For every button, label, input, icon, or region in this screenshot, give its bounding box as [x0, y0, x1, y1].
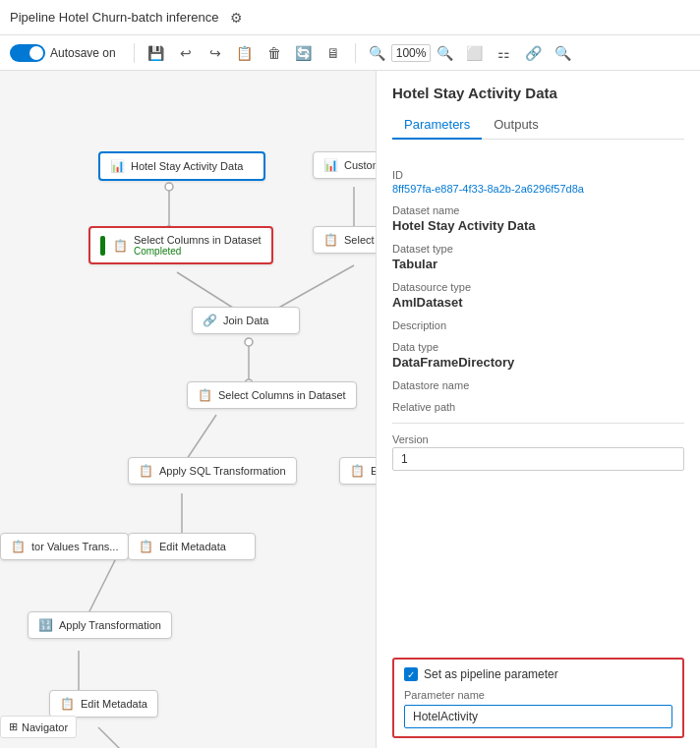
tab-outputs[interactable]: Outputs [482, 111, 551, 140]
apply-sql-icon: 📋 [139, 464, 153, 478]
pipeline-canvas[interactable]: 📊 Hotel Stay Activity Data 📊 Customer Da… [0, 71, 376, 748]
autosave-toggle-container: Autosave on [10, 44, 116, 62]
description-label: Description [392, 319, 684, 331]
param-name-input[interactable] [404, 705, 672, 728]
param-name-label: Parameter name [404, 689, 672, 701]
node-select-cols-1-status: Completed [134, 246, 262, 257]
redo-icon[interactable]: ↪ [204, 41, 227, 65]
navigator-icon: ⊞ [9, 720, 18, 733]
node-select-cols-2[interactable]: 📋 Select Colum... [313, 226, 376, 254]
version-label: Version [392, 433, 684, 445]
zoom-out-icon[interactable]: 🔍 [366, 41, 389, 65]
id-label: ID [392, 169, 684, 181]
autosave-toggle[interactable] [10, 44, 45, 62]
pipeline-param-section: Set as pipeline parameter Parameter name [392, 658, 684, 738]
id-value: 8ff597fa-e887-4f33-8a2b-2a6296f57d8a [392, 183, 684, 195]
svg-line-5 [187, 415, 216, 459]
node-select-cols-1-label: Select Columns in Dataset [134, 234, 262, 246]
zoom-control: 🔍 100% 🔍 [366, 41, 457, 65]
undo-icon[interactable]: ↩ [174, 41, 198, 65]
node-edit-m[interactable]: 📋 Edit M... [339, 457, 376, 485]
select-cols-icon-3: 📋 [198, 388, 212, 402]
version-input[interactable] [392, 447, 684, 471]
right-panel: Hotel Stay Activity Data Parameters Outp… [376, 71, 700, 748]
node-join-data[interactable]: 🔗 Join Data [192, 307, 300, 334]
node-edit-metadata-1-label: Edit Metadata [159, 541, 226, 552]
node-apply-sql[interactable]: 📋 Apply SQL Transformation [128, 457, 297, 485]
panel-title: Hotel Stay Activity Data [392, 85, 684, 101]
dataset-icon: 📊 [110, 159, 125, 173]
monitor-icon[interactable]: 🖥 [321, 41, 345, 65]
top-bar: Pipeline Hotel Churn-batch inference ⚙ [0, 0, 700, 35]
status-indicator [100, 236, 105, 256]
node-edit-metadata-2-label: Edit Metadata [81, 698, 147, 710]
node-select-cols-2-label: Select Colum... [344, 234, 376, 246]
node-edit-metadata-1[interactable]: 📋 Edit Metadata [128, 533, 256, 560]
link-icon[interactable]: 🔗 [521, 41, 545, 65]
svg-line-7 [88, 554, 118, 613]
fit-icon[interactable]: ⬜ [462, 41, 486, 65]
toolbar-sep-1 [134, 43, 135, 63]
search-icon[interactable]: 🔍 [551, 41, 574, 65]
node-join-data-label: Join Data [223, 315, 268, 326]
node-apply-transform[interactable]: 🔢 Apply Transformation [28, 611, 172, 639]
toolbar-sep-2 [355, 43, 356, 63]
dataset-type-value: Tabular [392, 257, 684, 271]
node-select-cols-1[interactable]: 📋 Select Columns in Dataset Completed [88, 226, 273, 264]
node-edit-m-label: Edit M... [371, 465, 376, 477]
svg-line-2 [177, 272, 236, 310]
node-hotel-stay-label: Hotel Stay Activity Data [131, 160, 243, 172]
node-hotel-stay[interactable]: 📊 Hotel Stay Activity Data [98, 151, 265, 181]
autosave-label: Autosave on [50, 46, 116, 60]
navigator-label: Navigator [22, 721, 68, 733]
edit-metadata-icon-2: 📋 [60, 697, 75, 711]
tab-parameters[interactable]: Parameters [392, 111, 482, 140]
dataset-type-label: Dataset type [392, 243, 684, 255]
datastore-name-label: Datastore name [392, 379, 684, 391]
svg-line-9 [98, 727, 138, 748]
node-customer-data-label: Customer Da... [344, 159, 376, 171]
node-select-cols-3-label: Select Columns in Dataset [218, 389, 346, 401]
app-title: Pipeline Hotel Churn-batch inference [10, 10, 218, 25]
edit-metadata-icon-1: 📋 [139, 540, 153, 553]
node-select-cols-3[interactable]: 📋 Select Columns in Dataset [187, 381, 357, 409]
trans-icon: 📋 [11, 540, 26, 553]
datasource-type-value: AmlDataset [392, 295, 684, 310]
node-select-cols-1-content: Select Columns in Dataset Completed [134, 234, 262, 257]
select-cols-icon: 📋 [113, 239, 128, 253]
svg-point-12 [245, 338, 253, 346]
panel-divider [392, 423, 684, 424]
main-container: 📊 Hotel Stay Activity Data 📊 Customer Da… [0, 71, 700, 748]
navigator-button[interactable]: ⊞ Navigator [0, 716, 77, 738]
panel-header: Hotel Stay Activity Data Parameters Outp… [377, 71, 700, 147]
select-cols-icon-2: 📋 [323, 233, 338, 247]
relative-path-label: Relative path [392, 401, 684, 413]
delete-icon[interactable]: 🗑 [262, 41, 286, 65]
pipeline-param-checkbox[interactable] [404, 667, 418, 681]
node-indicator-trans-label: tor Values Trans... [31, 541, 118, 552]
node-customer-data[interactable]: 📊 Customer Da... [313, 151, 376, 179]
node-indicator-trans[interactable]: 📋 tor Values Trans... [0, 533, 129, 560]
toolbar: Autosave on 💾 ↩ ↪ 📋 🗑 🔄 🖥 🔍 100% 🔍 ⬜ ⚏ 🔗… [0, 35, 700, 71]
data-type-label: Data type [392, 341, 684, 353]
zoom-in-icon[interactable]: 🔍 [433, 41, 456, 65]
zoom-value: 100% [391, 44, 432, 62]
pipeline-param-label: Set as pipeline parameter [424, 667, 558, 681]
layout-icon[interactable]: ⚏ [492, 41, 515, 65]
svg-point-10 [165, 183, 173, 191]
save-icon[interactable]: 💾 [145, 41, 168, 65]
node-edit-metadata-2[interactable]: 📋 Edit Metadata [49, 690, 158, 718]
copy-icon[interactable]: 📋 [233, 41, 257, 65]
refresh-icon[interactable]: 🔄 [292, 41, 316, 65]
panel-content: ID 8ff597fa-e887-4f33-8a2b-2a6296f57d8a … [377, 147, 700, 648]
join-icon: 🔗 [203, 314, 217, 327]
dataset-name-label: Dataset name [392, 204, 684, 216]
svg-line-3 [275, 265, 354, 310]
node-apply-transform-label: Apply Transformation [59, 619, 161, 631]
checkbox-row: Set as pipeline parameter [404, 667, 672, 681]
panel-tabs: Parameters Outputs [392, 111, 684, 140]
apply-transform-icon: 🔢 [38, 618, 53, 632]
datasource-type-label: Datasource type [392, 281, 684, 293]
gear-icon[interactable]: ⚙ [230, 10, 243, 26]
dataset-icon-2: 📊 [323, 158, 338, 172]
